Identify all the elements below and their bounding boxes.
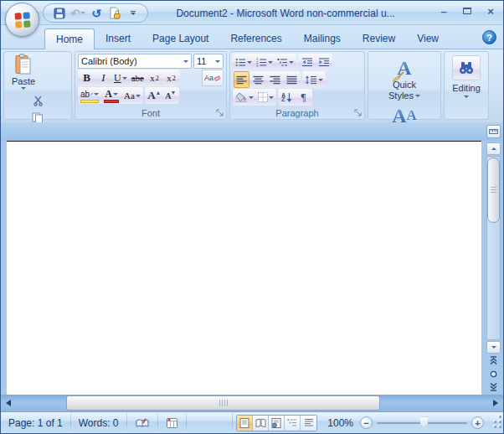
close-button[interactable]: × xyxy=(483,4,498,18)
highlight-color-swatch xyxy=(80,100,99,103)
view-full-screen-reading-button[interactable] xyxy=(253,416,269,431)
macro-record-button[interactable] xyxy=(158,412,186,433)
show-hide-marks-button[interactable]: ¶ xyxy=(296,89,311,106)
line-spacing-icon xyxy=(305,75,317,85)
superscript-button[interactable]: x2 xyxy=(163,70,179,86)
font-name-combobox[interactable]: Calibri (Body) xyxy=(78,54,192,69)
protect-document-icon xyxy=(109,7,121,19)
tab-view[interactable]: View xyxy=(406,28,450,49)
tab-review[interactable]: Review xyxy=(352,28,406,49)
scroll-up-button[interactable] xyxy=(486,142,501,155)
shading-dropdown-icon xyxy=(249,96,254,99)
print-layout-icon xyxy=(239,418,249,428)
customize-quick-access-button[interactable] xyxy=(126,6,141,21)
italic-button[interactable]: I xyxy=(95,70,111,86)
text-highlight-button[interactable]: ab xyxy=(79,87,100,104)
save-button[interactable] xyxy=(52,6,67,21)
vertical-scroll-track[interactable] xyxy=(486,156,501,340)
strikethrough-button[interactable]: abe xyxy=(130,70,146,86)
zoom-slider: − + xyxy=(360,416,492,429)
quick-styles-button[interactable]: A Quick Styles xyxy=(371,54,438,101)
paragraph-dialog-launcher[interactable] xyxy=(354,109,363,117)
shading-button[interactable] xyxy=(234,89,255,106)
shrink-font-button[interactable]: A xyxy=(162,87,178,104)
horizontal-scroll-thumb[interactable] xyxy=(66,395,380,411)
horizontal-scroll-track[interactable] xyxy=(16,395,488,411)
clear-formatting-button[interactable]: Aa xyxy=(202,70,224,86)
scroll-right-icon xyxy=(493,400,498,406)
subscript-button[interactable]: x2 xyxy=(147,70,162,86)
tab-mailings[interactable]: Mailings xyxy=(293,28,352,49)
full-screen-reading-icon xyxy=(255,418,266,427)
cut-button[interactable] xyxy=(7,92,69,109)
outline-icon xyxy=(287,418,297,427)
customize-quick-access-icon xyxy=(131,11,136,15)
view-ruler-toggle-button[interactable] xyxy=(486,125,501,138)
editing-dropdown-icon xyxy=(464,96,469,98)
font-size-combobox[interactable]: 11 xyxy=(193,54,224,69)
increase-indent-button[interactable] xyxy=(316,54,332,70)
editing-menu-button[interactable]: Editing xyxy=(445,52,488,119)
change-case-button[interactable]: Aa xyxy=(122,87,142,104)
help-button[interactable]: ? xyxy=(482,30,496,44)
view-outline-button[interactable] xyxy=(285,416,301,431)
minimize-button[interactable]: – xyxy=(436,4,451,18)
proofing-status-button[interactable] xyxy=(127,412,157,433)
view-print-layout-button[interactable] xyxy=(237,416,253,431)
tab-page-layout[interactable]: Page Layout xyxy=(141,28,219,49)
vertical-scroll-thumb[interactable] xyxy=(487,158,500,223)
scroll-down-button[interactable] xyxy=(486,341,501,354)
bullets-button[interactable] xyxy=(234,54,254,70)
align-right-button[interactable] xyxy=(267,71,283,88)
highlighter-pen-icon xyxy=(90,90,93,98)
view-draft-button[interactable] xyxy=(301,416,316,431)
sort-button[interactable]: A Z xyxy=(279,89,295,106)
editing-label: Editing xyxy=(452,83,481,93)
line-spacing-button[interactable] xyxy=(303,71,325,88)
align-center-button[interactable] xyxy=(250,71,266,88)
previous-page-button[interactable] xyxy=(486,354,501,366)
window-controls: – × xyxy=(436,4,498,18)
proofing-book-icon xyxy=(135,417,150,429)
maximize-button[interactable] xyxy=(460,4,475,18)
increase-indent-icon xyxy=(318,58,330,67)
zoom-in-button[interactable]: + xyxy=(471,416,484,429)
paste-button[interactable]: Paste xyxy=(7,54,40,90)
cut-icon xyxy=(33,96,44,106)
grow-font-button[interactable]: A xyxy=(146,87,162,104)
paste-icon xyxy=(14,54,33,75)
align-left-button[interactable] xyxy=(234,71,249,88)
numbering-button[interactable]: 123 xyxy=(255,54,275,70)
font-color-button[interactable]: A xyxy=(101,87,121,104)
zoom-slider-track[interactable] xyxy=(377,422,467,424)
scroll-right-button[interactable] xyxy=(488,395,503,411)
bold-button[interactable]: B xyxy=(79,70,95,86)
window-resize-grip[interactable] xyxy=(492,412,503,433)
undo-button[interactable]: ↶ xyxy=(70,6,85,21)
zoom-slider-thumb[interactable] xyxy=(420,417,428,428)
view-shortcuts xyxy=(236,415,317,431)
borders-button[interactable] xyxy=(256,89,275,106)
decrease-indent-button[interactable] xyxy=(299,54,315,70)
multilevel-list-button[interactable] xyxy=(275,54,296,70)
font-dialog-launcher[interactable] xyxy=(216,109,224,117)
document-page[interactable] xyxy=(7,141,481,395)
word-count-status[interactable]: Words: 0 xyxy=(71,412,126,433)
tab-home[interactable]: Home xyxy=(44,28,95,49)
protect-document-button[interactable] xyxy=(107,6,122,21)
zoom-out-button[interactable]: − xyxy=(360,416,373,429)
align-right-icon xyxy=(270,75,280,85)
page-count-status[interactable]: Page: 1 of 1 xyxy=(1,412,70,433)
next-page-button[interactable] xyxy=(486,381,501,393)
select-browse-object-button[interactable] xyxy=(486,368,501,380)
view-web-layout-button[interactable] xyxy=(269,416,285,431)
redo-button[interactable]: ↺ xyxy=(89,6,104,21)
justify-button[interactable] xyxy=(284,71,300,88)
zoom-level-button[interactable]: 100% xyxy=(321,417,360,429)
scroll-left-button[interactable] xyxy=(1,395,16,411)
next-page-icon xyxy=(490,383,497,391)
tab-insert[interactable]: Insert xyxy=(95,28,141,49)
tab-references[interactable]: References xyxy=(219,28,292,49)
underline-button[interactable]: U xyxy=(112,70,129,86)
office-button[interactable] xyxy=(5,3,39,37)
